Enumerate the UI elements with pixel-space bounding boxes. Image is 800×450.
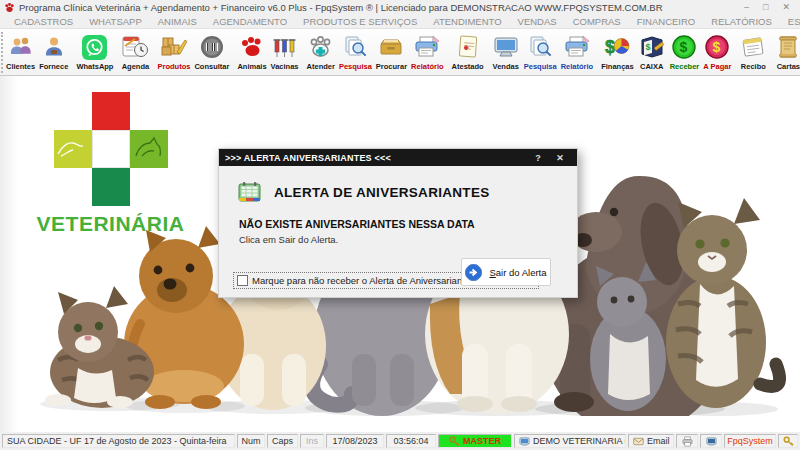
drawer-icon xyxy=(377,33,405,61)
vaccines-icon xyxy=(271,33,298,61)
report-printer-icon xyxy=(413,33,441,61)
key-icon xyxy=(783,436,794,447)
toolbar-atender-button[interactable]: Atender xyxy=(305,30,337,75)
svg-text:$: $ xyxy=(605,37,615,57)
exit-alert-button[interactable]: Sair do Alerta xyxy=(461,258,551,286)
dialog-heading: ALERTA DE ANIVERSARIANTES xyxy=(274,185,490,200)
status-database: DEMO VETERINARIA 6.0 xyxy=(533,436,626,446)
menu-agendamento[interactable]: AGENDAMENTO xyxy=(205,16,295,27)
status-caps-lock: Caps xyxy=(267,434,298,448)
dialog-title-bar[interactable]: >>> ALERTA ANIVERSARIANTES <<< ? ✕ xyxy=(219,149,577,166)
status-user: MASTER xyxy=(463,436,501,446)
toolbar-vendas-button[interactable]: Vendas xyxy=(490,30,522,75)
menu-financeiro[interactable]: FINANCEIRO xyxy=(629,16,704,27)
menu-estatistica[interactable]: ESTATISTICA xyxy=(780,16,800,27)
toolbar-fornecedor-button[interactable]: Fornece xyxy=(37,30,70,75)
menu-bar: CADASTROS WHATSAPP ANIMAIS AGENDAMENTO P… xyxy=(0,15,800,29)
exit-alert-label: Sair do Alerta xyxy=(489,267,546,278)
toolbar-agenda-button[interactable]: Agenda xyxy=(119,30,151,75)
arrow-right-icon xyxy=(465,264,482,281)
maximize-icon[interactable]: □ xyxy=(763,2,768,13)
toolbar-procurar-button[interactable]: Procurar xyxy=(374,30,409,75)
toolbar-pesquisa-vendas-button[interactable]: Pesquisa xyxy=(522,30,559,75)
status-bar: SUA CIDADE - UF 17 de Agosto de 2023 - Q… xyxy=(0,432,800,450)
status-database-panel: DEMO VETERINARIA 6.0 xyxy=(514,434,626,448)
toolbar-whatsapp-button[interactable]: WhatsApp xyxy=(74,30,115,75)
paw-icon xyxy=(239,33,266,61)
pay-coin-icon: $ xyxy=(704,33,730,61)
menu-compras[interactable]: COMPRAS xyxy=(565,16,629,27)
toolbar-consultar-button[interactable]: Consultar xyxy=(192,30,231,75)
alert-optout-checkbox[interactable] xyxy=(237,275,248,286)
cashbook-icon: $ xyxy=(638,33,666,61)
status-user-panel: MASTER xyxy=(438,434,512,448)
toolbar-vacinas-button[interactable]: Vacinas xyxy=(269,30,301,75)
dialog-body: ALERTA DE ANIVERSARIANTES NÃO EXISTE ANI… xyxy=(219,166,577,299)
title-bar: Programa Clínica Veterinária + Agendamen… xyxy=(0,0,800,15)
svg-text:$: $ xyxy=(713,39,721,55)
sales-monitor-icon xyxy=(492,33,520,61)
menu-cadastros[interactable]: CADASTROS xyxy=(6,16,81,27)
menu-animais[interactable]: ANIMAIS xyxy=(150,16,205,27)
status-location: SUA CIDADE - UF 17 de Agosto de 2023 - Q… xyxy=(2,434,235,448)
search-docs-icon xyxy=(527,33,554,61)
dialog-close-icon[interactable]: ✕ xyxy=(549,153,571,163)
toolbar-relatorio-vendas-button[interactable]: Relatório xyxy=(559,30,596,75)
status-email-panel[interactable]: Email xyxy=(628,434,674,448)
dialog-help-icon[interactable]: ? xyxy=(527,153,549,163)
toolbar-produtos-button[interactable]: Produtos xyxy=(155,30,192,75)
main-toolbar: Clientes Fornece WhatsApp Agenda xyxy=(0,29,800,76)
status-printer-panel[interactable] xyxy=(676,434,698,448)
whatsapp-icon xyxy=(81,33,108,61)
dialog-title: >>> ALERTA ANIVERSARIANTES <<< xyxy=(225,153,527,163)
agenda-icon xyxy=(121,33,149,61)
toolbar-a-pagar-button[interactable]: $ A Pagar xyxy=(701,30,733,75)
toolbar-clientes-button[interactable]: Clientes xyxy=(4,30,37,75)
app-paw-icon xyxy=(4,2,15,13)
toolbar-financas-button[interactable]: $ Finanças xyxy=(599,30,636,75)
status-brand: FpqSystem xyxy=(724,434,776,448)
receipt-icon xyxy=(739,33,767,61)
status-terminal-panel[interactable] xyxy=(700,434,722,448)
toolbar-animais-button[interactable]: Animais xyxy=(235,30,268,75)
toolbar-atestado-button[interactable]: Atestado xyxy=(450,30,486,75)
svg-text:$: $ xyxy=(645,42,650,52)
toolbar-receber-button[interactable]: $ Receber xyxy=(668,30,702,75)
status-insert: Ins xyxy=(300,434,324,448)
certificate-icon xyxy=(455,33,481,61)
toolbar-recibo-button[interactable]: Recibo xyxy=(737,30,769,75)
search-docs-icon xyxy=(342,33,369,61)
toolbar-relatorio-atendimento-button[interactable]: Relatório xyxy=(409,30,446,75)
toolbar-cartas-button[interactable]: Cartas xyxy=(773,30,800,75)
menu-produtos-servicos[interactable]: PRODUTOS E SERVIÇOS xyxy=(295,16,425,27)
toolbar-pesquisa-atendimento-button[interactable]: Pesquisa xyxy=(337,30,374,75)
key-icon xyxy=(449,436,460,447)
close-icon[interactable]: ✕ xyxy=(782,2,790,13)
attend-paw-icon xyxy=(307,33,335,61)
report-printer-icon xyxy=(563,33,591,61)
minimize-icon[interactable]: – xyxy=(744,2,749,13)
window-title: Programa Clínica Veterinária + Agendamen… xyxy=(19,2,744,13)
toolbar-caixa-button[interactable]: $ CAIXA xyxy=(636,30,668,75)
menu-atendimento[interactable]: ATENDIMENTO xyxy=(425,16,509,27)
supplier-icon xyxy=(41,33,67,61)
menu-relatorios[interactable]: RELATÓRIOS xyxy=(703,16,780,27)
status-time: 03:56:04 xyxy=(386,434,436,448)
menu-vendas[interactable]: VENDAS xyxy=(510,16,565,27)
products-icon xyxy=(160,33,188,61)
finance-pie-icon: $ xyxy=(603,33,631,61)
status-email: Email xyxy=(647,436,670,446)
svg-text:$: $ xyxy=(680,39,688,55)
menu-whatsapp[interactable]: WHATSAPP xyxy=(81,16,150,27)
toolbar-grip xyxy=(1,32,3,73)
clients-icon xyxy=(8,33,34,61)
lying-kitten-silhouette xyxy=(45,286,154,408)
receive-coin-icon: $ xyxy=(671,33,697,61)
status-key-panel xyxy=(778,434,798,448)
dialog-message: NÃO EXISTE ANIVERSARIANTES NESSA DATA xyxy=(239,218,475,230)
barcode-icon xyxy=(199,33,225,61)
dialog-submessage: Clica em Sair do Alerta. xyxy=(239,234,338,245)
main-workspace: VETERINÁRIA xyxy=(0,76,800,432)
envelope-icon xyxy=(633,436,644,447)
printer-icon xyxy=(682,436,693,447)
